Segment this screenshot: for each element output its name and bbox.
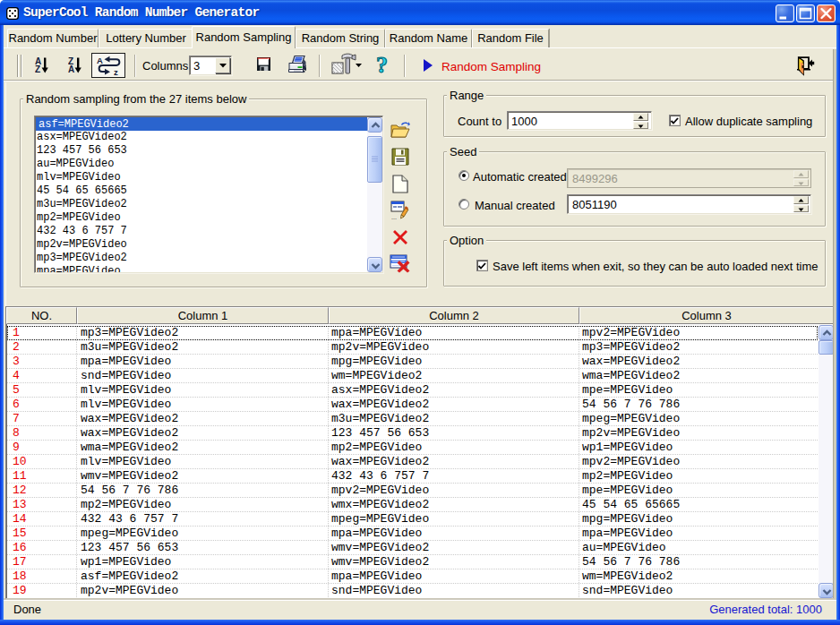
svg-text:A: A — [97, 56, 103, 65]
svg-text:?: ? — [376, 52, 388, 77]
svg-text:A: A — [68, 64, 74, 73]
svg-text:...: ... — [391, 214, 397, 220]
svg-text:Z: Z — [35, 64, 40, 73]
svg-text:z: z — [114, 67, 118, 76]
